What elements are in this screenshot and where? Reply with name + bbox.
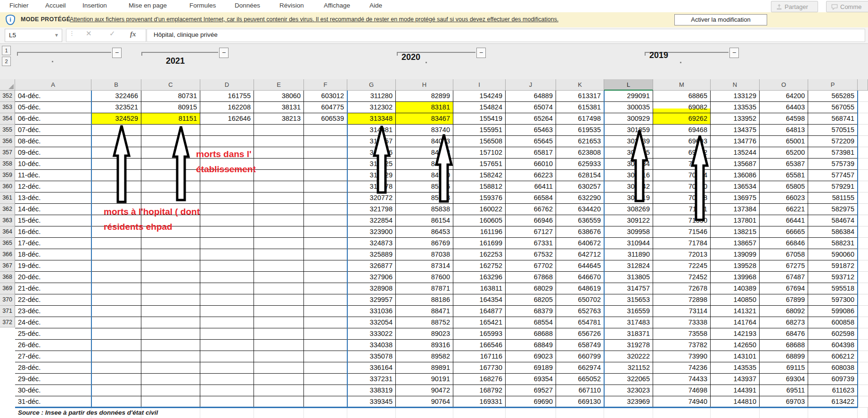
- red-text-annotation: morts dans l': [196, 149, 252, 159]
- red-text-annotation: établissement: [196, 164, 256, 175]
- up-arrow-annotation: [436, 134, 451, 201]
- up-arrow-annotation: [173, 126, 188, 200]
- red-text-annotation: morts à l'hopital ( dont: [104, 207, 200, 217]
- up-arrow-annotation: [632, 130, 647, 201]
- up-arrow-annotation: [692, 135, 707, 220]
- excel-window: FichierAccueilInsertionMise en pageFormu…: [0, 0, 868, 418]
- up-arrow-annotation: [374, 126, 389, 192]
- red-text-annotation: résidents ehpad: [104, 222, 172, 232]
- up-arrow-annotation: [114, 125, 129, 202]
